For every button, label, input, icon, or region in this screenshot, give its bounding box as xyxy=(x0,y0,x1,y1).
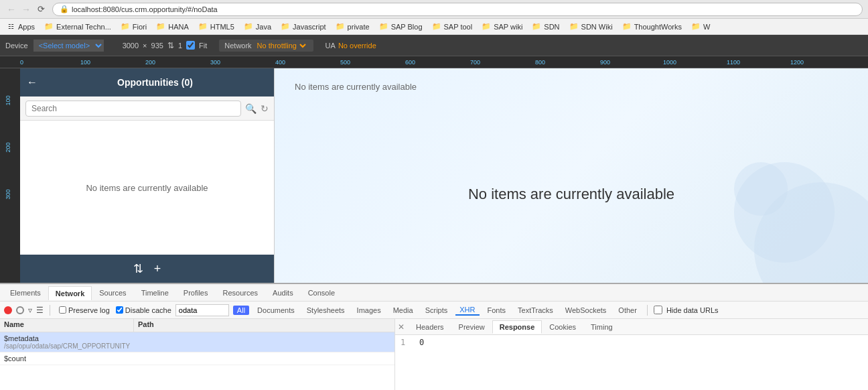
address-bar[interactable]: 🔒 localhost:8080/cus.crm.opportunity/#/n… xyxy=(52,3,863,16)
secure-icon: 🔒 xyxy=(60,5,69,13)
clear-button[interactable] xyxy=(16,306,24,314)
bookmark-sap-wiki[interactable]: 📁 SAP wiki xyxy=(478,21,526,32)
bookmark-label: W xyxy=(703,23,710,31)
bookmark-sdn-wiki[interactable]: 📁 SDN Wiki xyxy=(565,21,617,32)
bookmark-label: Java xyxy=(256,23,271,31)
list-view-icon[interactable]: ☰ xyxy=(36,306,44,315)
back-button[interactable]: ← xyxy=(5,3,17,15)
throttle-select[interactable]: No throttling xyxy=(255,41,308,50)
filter-images-button[interactable]: Images xyxy=(353,306,385,315)
response-close-button[interactable]: ✕ xyxy=(398,322,405,332)
bookmark-external-techn[interactable]: 📁 External Techn... xyxy=(40,21,115,32)
bookmark-label: SDN xyxy=(544,23,559,31)
fit-label: Fit xyxy=(199,42,207,50)
request-row-count[interactable]: $count xyxy=(0,352,394,365)
ua-section: UA No override xyxy=(326,42,376,50)
svg-text:1100: 1100 xyxy=(727,59,740,66)
bookmark-w[interactable]: 📁 W xyxy=(687,21,714,32)
hide-data-urls-label: Hide data URLs xyxy=(666,306,719,314)
device-model-select[interactable]: <Select model> xyxy=(33,40,104,52)
ruler-svg: 0 100 200 300 400 500 600 700 800 900 10… xyxy=(20,56,868,68)
no-items-left-text: No items are currently available xyxy=(86,183,208,193)
filter-documents-button[interactable]: Documents xyxy=(253,306,299,315)
filter-media-button[interactable]: Media xyxy=(389,306,417,315)
bookmark-java[interactable]: 📁 Java xyxy=(240,21,275,32)
forward-button[interactable]: → xyxy=(20,3,32,15)
no-items-right-center-text: No items are currently available xyxy=(468,186,674,203)
bookmark-private[interactable]: 📁 private xyxy=(332,21,374,32)
rotate-button[interactable]: ⇅ xyxy=(167,41,174,50)
filter-all-button[interactable]: All xyxy=(233,306,249,315)
bookmark-label: External Techn... xyxy=(56,23,111,31)
tab-console[interactable]: Console xyxy=(301,285,342,300)
bookmark-sdn[interactable]: 📁 SDN xyxy=(528,21,563,32)
folder-icon: 📁 xyxy=(691,22,701,31)
bookmark-hana[interactable]: 📁 HANA xyxy=(152,21,193,32)
response-line-1: 1 0 xyxy=(401,338,863,347)
opportunities-title: Opportunities (0) xyxy=(43,77,267,88)
bookmark-thoughtworks[interactable]: 📁 ThoughtWorks xyxy=(618,21,686,32)
apps-bookmark[interactable]: ☷ Apps xyxy=(4,21,39,32)
tab-resources[interactable]: Resources xyxy=(215,285,265,300)
folder-icon: 📁 xyxy=(532,22,541,31)
filter-input[interactable] xyxy=(175,304,229,316)
record-button[interactable] xyxy=(4,306,12,314)
col-path-header: Path xyxy=(134,319,158,332)
svg-text:500: 500 xyxy=(340,59,350,66)
filter-xhr-button[interactable]: XHR xyxy=(455,305,479,316)
sort-button[interactable]: ⇅ xyxy=(133,261,143,276)
tab-audits[interactable]: Audits xyxy=(265,285,301,300)
search-icon[interactable]: 🔍 xyxy=(245,103,257,114)
request-row-metadata[interactable]: $metadata /sap/opu/odata/sap/CRM_OPPORTU… xyxy=(0,332,394,352)
folder-icon: 📁 xyxy=(281,22,290,31)
tab-timing[interactable]: Timing xyxy=(583,320,620,334)
tab-cookies[interactable]: Cookies xyxy=(542,320,583,334)
fit-checkbox[interactable] xyxy=(186,41,195,50)
main-area: 100 200 300 ← Opportunities (0) 🔍 ↻ No i… xyxy=(0,68,868,283)
col-name-header: Name xyxy=(0,319,134,332)
preserve-log-label: Preserve log xyxy=(68,306,110,314)
filter-stylesheets-button[interactable]: Stylesheets xyxy=(303,306,349,315)
bookmark-javascript[interactable]: 📁 Javascript xyxy=(277,21,330,32)
tab-preview[interactable]: Preview xyxy=(451,320,492,334)
ua-override-value[interactable]: No override xyxy=(338,42,376,50)
filter-fonts-button[interactable]: Fonts xyxy=(484,306,510,315)
disable-cache-checkbox[interactable] xyxy=(116,306,123,314)
refresh-button[interactable]: ⟳ xyxy=(35,3,47,15)
svg-text:300: 300 xyxy=(210,59,220,66)
disable-cache-label: Disable cache xyxy=(125,306,171,314)
filter-scripts-button[interactable]: Scripts xyxy=(421,306,452,315)
svg-text:100: 100 xyxy=(80,59,90,66)
bookmark-fiori[interactable]: 📁 Fiori xyxy=(117,21,151,32)
add-button[interactable]: + xyxy=(154,262,161,276)
search-input[interactable] xyxy=(25,101,241,117)
device-label: Device xyxy=(5,42,28,50)
bookmark-sap-blog[interactable]: 📁 SAP Blog xyxy=(375,21,427,32)
tab-network[interactable]: Network xyxy=(48,286,92,300)
filter-websockets-button[interactable]: WebSockets xyxy=(561,306,611,315)
tab-timeline[interactable]: Timeline xyxy=(134,285,176,300)
tab-response[interactable]: Response xyxy=(492,320,542,334)
preserve-log-checkbox[interactable] xyxy=(59,306,66,314)
tab-headers[interactable]: Headers xyxy=(409,320,451,334)
side-ruler: 100 200 300 xyxy=(0,68,20,283)
app-header: ← Opportunities (0) xyxy=(20,68,274,96)
ua-label: UA xyxy=(326,42,336,50)
tab-sources[interactable]: Sources xyxy=(92,285,133,300)
refresh-list-icon[interactable]: ↻ xyxy=(261,103,269,114)
folder-icon: 📁 xyxy=(198,22,208,31)
bookmark-label: HTML5 xyxy=(210,23,234,31)
devtools-content: Name Path $metadata /sap/opu/odata/sap/C… xyxy=(0,319,868,390)
folder-icon: 📁 xyxy=(121,22,130,31)
folder-icon: 📁 xyxy=(569,22,579,31)
tab-elements[interactable]: Elements xyxy=(3,285,48,300)
hide-data-urls-checkbox[interactable] xyxy=(654,306,662,314)
back-navigation-button[interactable]: ← xyxy=(27,76,38,88)
bookmarks-bar: ☷ Apps 📁 External Techn... 📁 Fiori 📁 HAN… xyxy=(0,19,868,35)
bookmark-sap-tool[interactable]: 📁 SAP tool xyxy=(428,21,477,32)
filter-texttracks-button[interactable]: TextTracks xyxy=(514,306,557,315)
tab-profiles[interactable]: Profiles xyxy=(176,285,216,300)
filter-other-button[interactable]: Other xyxy=(614,306,641,315)
bookmark-html5[interactable]: 📁 HTML5 xyxy=(194,21,238,32)
filter-icon[interactable]: ▿ xyxy=(28,306,32,315)
